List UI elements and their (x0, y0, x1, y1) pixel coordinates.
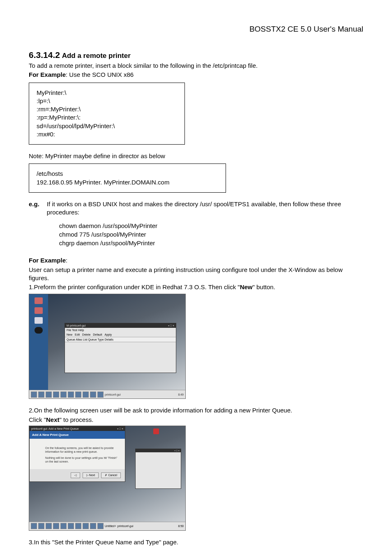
example2-line2a: 1.Preform the printer configuration unde… (29, 283, 240, 290)
example2-line2: 1.Preform the printer configuration unde… (29, 283, 363, 291)
step2-next-bold: Next (46, 416, 60, 423)
window-toolbar: New Edit Delete Default Apply (65, 332, 176, 337)
dialog-body-line2: Nothing will be done to your settings un… (45, 456, 118, 463)
dialog-title: printconf-gui: Add a New Print Queue (31, 427, 79, 430)
section-heading: 6.3.14.2 Add a remote printer (29, 50, 363, 60)
taskbar-clock: 8:49 (178, 393, 184, 396)
taskbar-icon[interactable] (60, 523, 67, 529)
for-example-2: For Example: (29, 256, 363, 265)
eg-text: If it works on a BSD UNIX host and makes… (47, 200, 363, 217)
for-example-label-1: For Example (29, 71, 66, 78)
window-menubar[interactable]: File Test Help (65, 328, 176, 332)
toolbar-edit-button[interactable]: Edit (75, 333, 80, 336)
step2-line2a: Click " (29, 416, 46, 423)
taskbar-icon[interactable] (90, 391, 96, 398)
screenshot-add-queue: printconf-gui: Add a New Print Queue • □… (29, 426, 186, 531)
sidebar-icon (35, 317, 43, 324)
printconf-window-behind: • □ × (135, 449, 181, 489)
taskbar-tab[interactable]: printconf-gui (105, 393, 121, 396)
code-box-printcap: MyPrinter:\ :lp=:\ :rm=:MyPrinter:\ :rp=… (29, 83, 185, 145)
intro-text: To add a remote printer, insert a block … (29, 62, 363, 70)
section-number: 6.3.14.2 (29, 50, 60, 60)
taskbar-icon[interactable] (68, 523, 74, 529)
dialog-buttons: ◁ ▷ Next ✗ Cancel (30, 469, 125, 481)
taskbar-icon[interactable] (53, 391, 59, 398)
step2-line2b: " to process. (60, 416, 94, 423)
window-columns: Queue Alias List Queue Type Details (65, 337, 176, 342)
taskbar-tab[interactable]: Untitled+ (105, 525, 116, 527)
dialog-body-line1: On the following screens, you will be as… (45, 446, 118, 454)
taskbar-icon[interactable] (97, 391, 104, 398)
sidebar-icon (35, 307, 43, 314)
taskbar-icon[interactable] (31, 391, 37, 398)
sidebar-icon (35, 327, 43, 334)
taskbar-icon[interactable] (38, 523, 44, 529)
code-box-hosts: /etc/hosts 192.168.0.95 MyPrinter. MyPri… (29, 164, 226, 193)
dialog-body: On the following screens, you will be as… (30, 439, 125, 469)
cancel-button[interactable]: ✗ Cancel (101, 472, 121, 478)
back-button[interactable]: ◁ (71, 472, 80, 478)
taskbar: printconf-gui 8:49 (29, 390, 185, 398)
taskbar-icon[interactable] (46, 523, 52, 529)
eg-label: e.g. (29, 200, 39, 247)
next-button[interactable]: ▷ Next (83, 472, 99, 478)
taskbar-icon[interactable] (75, 523, 81, 529)
eg-cmd-1: chown daemon /usr/spool/MyPrinter (59, 221, 363, 230)
for-example-colon: : (66, 257, 67, 264)
taskbar-icon[interactable] (83, 391, 89, 398)
window-titlebar: M printconf-gui • □ × (65, 323, 176, 328)
taskbar-icon[interactable] (83, 523, 89, 529)
taskbar-icon[interactable] (60, 391, 67, 398)
toolbar-new-button[interactable]: New (67, 333, 72, 336)
taskbar-icon[interactable] (97, 523, 104, 529)
page: BOSSTX2 CE 5.0 User's Manual 6.3.14.2 Ad… (0, 0, 392, 555)
example2-line2b: " button. (252, 283, 275, 290)
printconf-window: M printconf-gui • □ × File Test Help New… (65, 323, 176, 373)
taskbar-icon[interactable] (31, 523, 37, 529)
taskbar-clock: 8:50 (178, 525, 184, 527)
toolbar-default-button[interactable]: Default (93, 333, 102, 336)
window-title: M printconf-gui (67, 324, 85, 327)
window-titlebar: • □ × (136, 449, 181, 452)
dialog-titlebar: printconf-gui: Add a New Print Queue • □… (30, 426, 125, 431)
taskbar-icon[interactable] (75, 391, 81, 398)
eg-block: e.g. If it works on a BSD UNIX host and … (29, 200, 363, 248)
example2-line1: User can setup a printer name and execut… (29, 266, 363, 283)
step2-line1: 2.On the following screen user will be a… (29, 406, 363, 415)
window-controls-icon[interactable]: • □ × (117, 427, 123, 430)
taskbar-icon[interactable] (53, 523, 59, 529)
taskbar-icon[interactable] (90, 523, 96, 529)
toolbar-apply-button[interactable]: Apply (105, 333, 112, 336)
section-title: Add a remote printer (62, 52, 131, 60)
taskbar: Untitled+ printconf-gui 8:50 (29, 522, 185, 530)
example-intro-tail: : Use the SCO UNIX x86 (66, 71, 134, 78)
manual-title: BOSSTX2 CE 5.0 User's Manual (29, 25, 363, 34)
taskbar-icon[interactable] (46, 391, 52, 398)
screenshot-printconf: M printconf-gui • □ × File Test Help New… (29, 294, 186, 399)
example-intro: For Example: Use the SCO UNIX x86 (29, 71, 363, 79)
kde-sidebar (29, 294, 48, 398)
eg-cmd-3: chgrp daemon /usr/spool/MyPrinter (59, 239, 363, 247)
for-example-label-2: For Example (29, 257, 66, 264)
note-line: Note: MyPrinter maybe define in director… (29, 152, 363, 160)
taskbar-tab[interactable]: printconf-gui (118, 525, 134, 527)
step2-line2: Click "Next" to process. (29, 416, 363, 424)
toolbar-delete-button[interactable]: Delete (82, 333, 90, 336)
taskbar-icon[interactable] (38, 391, 44, 398)
sidebar-icon (35, 297, 43, 304)
dialog-header: Add A New Print Queue (30, 431, 125, 439)
window-controls-icon[interactable]: • □ × (168, 324, 174, 327)
redhat-icon (153, 428, 159, 434)
add-queue-dialog: printconf-gui: Add a New Print Queue • □… (29, 426, 125, 482)
eg-cmd-2: chmod 775 /usr/spool/MyPrinter (59, 230, 363, 239)
eg-content: If it works on a BSD UNIX host and makes… (47, 200, 363, 248)
taskbar-icon[interactable] (68, 391, 74, 398)
step3-line: 3.In this "Set the Printer Queue Name an… (29, 538, 363, 546)
eg-commands: chown daemon /usr/spool/MyPrinter chmod … (47, 221, 363, 247)
example2-new-bold: New (240, 283, 253, 290)
window-controls-icon[interactable]: • □ × (174, 449, 180, 452)
